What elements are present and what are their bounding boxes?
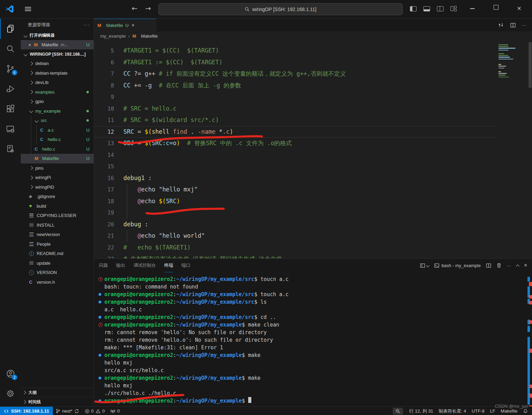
customize-layout-icon[interactable] xyxy=(450,6,457,11)
cursor-position[interactable]: 行 12, 列 31 xyxy=(407,407,436,415)
terminal-tab[interactable]: bash - my_example xyxy=(434,263,480,268)
tree-item-build[interactable]: ♥build xyxy=(21,201,94,211)
ports-item[interactable]: 0 xyxy=(108,407,122,415)
zoom-status-icon[interactable] xyxy=(393,408,403,415)
tree-item-Makefile[interactable]: MMakefileU xyxy=(21,154,94,163)
prompt-dollar: $ xyxy=(254,291,261,298)
tree-item-devLib[interactable]: devLib xyxy=(21,78,94,87)
tab-close-icon[interactable]: × xyxy=(132,22,134,28)
tree-item-examples[interactable]: examples xyxy=(21,87,94,97)
terminal-line-6: ×orangepi@orangepizero2:~/wiringOP/my_ex… xyxy=(99,321,532,329)
minimap-line xyxy=(498,64,501,65)
terminal-line-4: a.c hello.c xyxy=(99,306,532,313)
panel-tab-端口[interactable]: 端口 xyxy=(181,259,190,272)
kill-terminal-icon[interactable] xyxy=(496,263,502,268)
code-token: += xyxy=(130,82,144,89)
code-token: # SRC = hello.c xyxy=(123,105,177,112)
terminal-output[interactable]: ×orangepi@orangepizero2:~/wiringOP/my_ex… xyxy=(94,272,532,406)
toggle-panel-icon[interactable] xyxy=(423,6,430,11)
terminal-launch-profile[interactable] xyxy=(420,263,429,268)
tree-item-label: hello.c xyxy=(48,137,61,142)
breadcrumb[interactable]: my_example › M Makefile xyxy=(94,31,532,41)
command-center-text: wiringOP [SSH: 192.168.1.11] xyxy=(252,7,316,12)
terminal-gutter xyxy=(99,306,104,313)
minimap[interactable] xyxy=(496,41,528,258)
nav-back-icon[interactable]: ← xyxy=(132,4,138,12)
window-maximize-icon[interactable] xyxy=(494,5,498,10)
panel-tab-终端[interactable]: 终端 xyxy=(164,259,173,272)
tree-item-update[interactable]: update xyxy=(21,258,94,268)
tree-item-debian-template[interactable]: debian-template xyxy=(21,68,94,78)
tree-item-hello.c[interactable]: Chello.cU xyxy=(21,135,94,144)
compare-changes-icon[interactable] xyxy=(498,22,504,28)
tree-item-src[interactable]: src xyxy=(21,116,94,125)
tree-item-version.h[interactable]: Cversion.h xyxy=(21,277,94,287)
panel-tab-调试控制台[interactable]: 调试控制台 xyxy=(133,259,156,272)
command-success-dot xyxy=(99,316,101,319)
workspace-root-header[interactable]: WIRINGOP [SSH: 192.168....] xyxy=(21,49,94,59)
tree-item-People[interactable]: People xyxy=(21,239,94,249)
window-minimize-icon[interactable] xyxy=(470,8,475,9)
explorer-more-actions-icon[interactable]: ··· xyxy=(84,22,90,27)
tree-item-gpio[interactable]: gpio xyxy=(21,97,94,106)
tree-item-README.md[interactable]: iREADME.md xyxy=(21,249,94,258)
prompt-dollar: $ xyxy=(242,397,248,405)
tree-item-wiringPiD[interactable]: wiringPiD xyxy=(21,182,94,192)
accounts-icon[interactable]: 2 xyxy=(0,364,21,384)
command-error-icon: × xyxy=(99,323,103,327)
editor-scrollbar[interactable] xyxy=(528,41,532,258)
close-icon[interactable]: × xyxy=(28,42,31,48)
window-close-icon[interactable]: × xyxy=(517,5,521,12)
notifications-bell-icon[interactable] xyxy=(520,407,532,415)
source-control-icon[interactable]: 6 xyxy=(0,59,21,79)
timeline-section[interactable]: 时间线 xyxy=(21,397,94,406)
maximize-panel-icon[interactable] xyxy=(516,264,519,268)
tree-item-.gitignore[interactable]: ◆.gitignore xyxy=(21,192,94,201)
code-editor[interactable]: 5#TARGET1 = $(CC) $(TARGET)6#TARGET1 := … xyxy=(94,41,496,258)
tree-item-pins[interactable]: pins xyxy=(21,163,94,173)
open-editors-header[interactable]: 打开的编辑器 xyxy=(21,31,94,40)
toggle-secondary-sidebar-icon[interactable] xyxy=(437,6,444,11)
tree-item-label: debian-template xyxy=(35,70,67,76)
tab-size[interactable]: 制表符长度: 4 xyxy=(436,407,469,415)
toggle-sidebar-icon[interactable] xyxy=(410,6,417,11)
close-panel-icon[interactable]: × xyxy=(524,262,527,268)
panel-more-actions-icon[interactable]: ··· xyxy=(507,263,511,268)
file-settings-icon[interactable] xyxy=(0,139,21,159)
run-debug-icon[interactable] xyxy=(0,79,21,99)
remote-explorer-icon[interactable] xyxy=(0,119,21,139)
tree-item-wiringPi[interactable]: wiringPi xyxy=(21,173,94,182)
outline-section[interactable]: 大纲 xyxy=(21,388,94,397)
panel-tab-问题[interactable]: 问题 xyxy=(99,259,108,272)
tree-item-label: a.c xyxy=(48,128,54,133)
tree-item-a.c[interactable]: Ca.cU xyxy=(21,125,94,135)
remote-indicator[interactable]: SSH: 192.168.1.11 xyxy=(0,407,53,415)
eol[interactable]: LF xyxy=(487,407,498,415)
command-center[interactable]: wiringOP [SSH: 192.168.1.11] xyxy=(158,3,403,15)
explorer-icon[interactable] xyxy=(0,19,21,39)
modified-badge: U xyxy=(86,42,90,47)
tree-item-debian[interactable]: debian xyxy=(21,59,94,68)
panel-tab-输出[interactable]: 输出 xyxy=(116,259,125,272)
tree-item-COPYING.LESSER[interactable]: COPYING.LESSER xyxy=(21,211,94,220)
tree-item-INSTALL[interactable]: INSTALL xyxy=(21,220,94,230)
open-editor-makefile[interactable]: × M Makefile m... U xyxy=(21,40,94,49)
editor-more-actions-icon[interactable]: ··· xyxy=(522,22,526,28)
nav-forward-icon[interactable]: → xyxy=(145,4,151,12)
split-terminal-icon[interactable] xyxy=(486,263,491,268)
extensions-icon[interactable] xyxy=(0,99,21,119)
search-sidebar-icon[interactable] xyxy=(0,39,21,59)
code-line-8: 8CC += -g # 在CC 后面 加上 -g 的参数 xyxy=(94,80,496,92)
tree-item-newVersion[interactable]: newVersion xyxy=(21,230,94,239)
tree-item-hello.c[interactable]: Chello.cU xyxy=(21,144,94,154)
menu-icon[interactable] xyxy=(25,9,31,9)
tab-makefile[interactable]: M Makefile U × xyxy=(94,19,156,31)
tree-item-my_example[interactable]: my_example xyxy=(21,106,94,116)
git-branch-item[interactable]: next* xyxy=(53,407,82,415)
settings-gear-icon[interactable] xyxy=(0,384,21,404)
split-editor-icon[interactable] xyxy=(510,22,516,28)
language-mode[interactable]: Makefile xyxy=(498,407,520,415)
encoding[interactable]: UTF-8 xyxy=(469,407,487,415)
tree-item-VERSION[interactable]: VERSION xyxy=(21,268,94,277)
problems-item[interactable]: 0 0 xyxy=(82,407,108,415)
